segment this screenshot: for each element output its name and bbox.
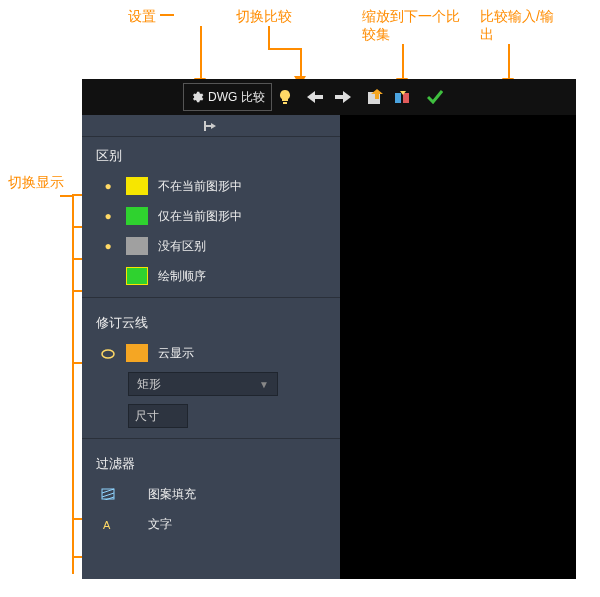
- annot-toggle-display: 切换显示: [8, 174, 64, 192]
- text-bulb-icon[interactable]: A: [100, 518, 116, 530]
- row-label: 不在当前图形中: [158, 178, 242, 195]
- filter-hatch-row[interactable]: 图案填充: [82, 479, 340, 509]
- confirm-button[interactable]: [422, 83, 448, 111]
- swatch[interactable]: [126, 177, 148, 195]
- bulb-icon[interactable]: ●: [100, 239, 116, 253]
- check-icon: [427, 90, 443, 104]
- diff-row-2[interactable]: ● 没有区别: [82, 231, 340, 261]
- diff-row-1[interactable]: ● 仅在当前图形中: [82, 201, 340, 231]
- app-window: DWG 比较: [82, 79, 576, 579]
- gear-icon: [190, 90, 204, 104]
- section-difference-title: 区别: [82, 137, 340, 171]
- toggle-compare-button[interactable]: [274, 83, 296, 111]
- next-button[interactable]: [330, 83, 356, 111]
- row-label: 图案填充: [148, 486, 196, 503]
- dropdown-value: 矩形: [137, 376, 161, 393]
- prev-button[interactable]: [302, 83, 328, 111]
- swatch[interactable]: [126, 267, 148, 285]
- shape-dropdown[interactable]: 矩形 ▼: [128, 372, 278, 396]
- svg-rect-6: [403, 93, 409, 103]
- revcloud-row[interactable]: 云显示: [82, 338, 340, 368]
- filter-text-row[interactable]: A 文字: [82, 509, 340, 539]
- chevron-down-icon: ▼: [259, 379, 269, 390]
- section-filter-title: 过滤器: [82, 445, 340, 479]
- textbox-value: 尺寸: [135, 408, 159, 425]
- pin-bar: [82, 115, 340, 137]
- arrow-left-icon: [307, 91, 323, 103]
- row-label: 仅在当前图形中: [158, 208, 242, 225]
- pin-icon[interactable]: [204, 120, 218, 132]
- bulb-icon[interactable]: ●: [100, 179, 116, 193]
- hatch-bulb-icon[interactable]: [100, 488, 116, 500]
- diff-row-3[interactable]: ● 绘制顺序: [82, 261, 340, 291]
- settings-button[interactable]: DWG 比较: [183, 83, 272, 111]
- toolbar: DWG 比较: [82, 79, 576, 115]
- annot-settings: 设置: [128, 8, 156, 26]
- annot-toggle-compare: 切换比较: [236, 8, 292, 26]
- svg-text:A: A: [103, 519, 111, 530]
- diff-row-0[interactable]: ● 不在当前图形中: [82, 171, 340, 201]
- svg-rect-7: [204, 121, 206, 131]
- row-label: 绘制顺序: [158, 268, 206, 285]
- row-label: 云显示: [158, 345, 194, 362]
- arrow-right-icon: [335, 91, 351, 103]
- toolbar-title: DWG 比较: [208, 89, 265, 106]
- import-icon: [367, 89, 383, 105]
- export-icon: [395, 89, 411, 105]
- svg-rect-5: [395, 93, 401, 103]
- swatch[interactable]: [126, 344, 148, 362]
- swatch[interactable]: [126, 207, 148, 225]
- section-revcloud-title: 修订云线: [82, 304, 340, 338]
- import-button[interactable]: [362, 83, 388, 111]
- annot-zoom-next: 缩放到下一个比较集: [362, 8, 472, 44]
- swatch[interactable]: [126, 237, 148, 255]
- row-label: 文字: [148, 516, 172, 533]
- row-label: 没有区别: [158, 238, 206, 255]
- annot-compare-io: 比较输入/输出: [480, 8, 560, 44]
- bulb-icon: [279, 90, 291, 104]
- export-button[interactable]: [390, 83, 416, 111]
- svg-point-8: [102, 350, 114, 358]
- size-input[interactable]: 尺寸: [128, 404, 188, 428]
- cloud-bulb-icon[interactable]: [100, 347, 116, 359]
- bulb-icon[interactable]: ●: [100, 209, 116, 223]
- settings-panel: 区别 ● 不在当前图形中 ● 仅在当前图形中 ● 没有区别 ● 绘制顺序 修订云…: [82, 115, 340, 579]
